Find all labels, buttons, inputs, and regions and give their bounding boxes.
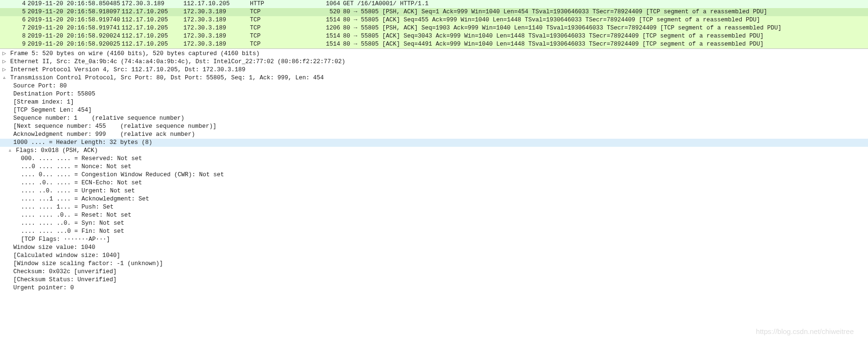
cell-time: 2019-11-20 20:16:58.850485 [28, 0, 122, 8]
label: [Window size scaling factor: -1 (unknown… [13, 260, 163, 267]
cell-prot: TCP [250, 8, 316, 16]
cell-src: 112.17.10.205 [122, 16, 183, 24]
tcp-stream-index[interactable]: [Stream index: 1] [0, 98, 868, 106]
flag-reserved[interactable]: 000. .... .... = Reserved: Not set [0, 155, 868, 163]
label: Window size value: 1040 [13, 244, 95, 251]
flag-ack[interactable]: .... ...1 .... = Acknowledgment: Set [0, 195, 868, 203]
tcp-dest-port[interactable]: Destination Port: 55805 [0, 90, 868, 98]
label: Urgent pointer: 0 [13, 285, 74, 291]
tcp-header-length[interactable]: 1000 .... = Header Length: 32 bytes (8) [0, 139, 868, 147]
tcp-calc-window[interactable]: [Calculated window size: 1040] [0, 252, 868, 260]
cell-time: 2019-11-20 20:16:58.919740 [28, 16, 122, 24]
tcp-checksum-status[interactable]: [Checksum Status: Unverified] [0, 276, 868, 284]
label: [TCP Flags: ·······AP···] [21, 236, 110, 243]
packet-row[interactable]: 52019-11-20 20:16:58.918097112.17.10.205… [0, 8, 868, 16]
cell-dst: 112.17.10.205 [183, 0, 250, 8]
flag-push[interactable]: .... .... 1... = Push: Set [0, 203, 868, 211]
label: Checksum: 0x032c [unverified] [13, 268, 117, 275]
tcp-seq[interactable]: Sequence number: 1 (relative sequence nu… [0, 114, 868, 123]
label: Acknowledgment number: 999 (relative ack… [13, 131, 195, 138]
label: .... ..0. .... = Urgent: Not set [21, 188, 135, 194]
flag-fin[interactable]: .... .... ...0 = Fin: Not set [0, 228, 868, 236]
label: [TCP Segment Len: 454] [13, 107, 92, 114]
tree-ethernet[interactable]: ▷ Ethernet II, Src: Zte_0a:9b:4c (74:4a:… [0, 58, 868, 66]
label: [Checksum Status: Unverified] [13, 276, 117, 283]
packet-row[interactable]: 62019-11-20 20:16:58.919740112.17.10.205… [0, 16, 868, 24]
label: Ethernet II, Src: Zte_0a:9b:4c (74:4a:a4… [10, 58, 345, 65]
cell-dst: 172.30.3.189 [183, 32, 250, 40]
label: .... ...1 .... = Acknowledgment: Set [21, 196, 149, 202]
cell-len: 1064 [316, 0, 343, 8]
cell-dst: 172.30.3.189 [183, 40, 250, 48]
flag-text[interactable]: [TCP Flags: ·······AP···] [0, 236, 868, 244]
label: [Next sequence number: 455 (relative seq… [13, 123, 217, 130]
packet-row[interactable]: 72019-11-20 20:16:58.919741112.17.10.205… [0, 24, 868, 32]
cell-no: 9 [1, 40, 28, 48]
label: [Calculated window size: 1040] [13, 252, 120, 259]
cell-no: 5 [1, 8, 28, 16]
label: Sequence number: 1 (relative sequence nu… [13, 115, 184, 122]
tcp-flags[interactable]: ▵ Flags: 0x018 (PSH, ACK) [0, 147, 868, 155]
tree-ip[interactable]: ▷ Internet Protocol Version 4, Src: 112.… [0, 66, 868, 74]
expand-icon[interactable]: ▷ [2, 50, 7, 58]
label: 000. .... .... = Reserved: Not set [21, 155, 142, 162]
flag-nonce[interactable]: ...0 .... .... = Nonce: Not set [0, 163, 868, 171]
tree-tcp[interactable]: ▵ Transmission Control Protocol, Src Por… [0, 74, 868, 82]
cell-prot: HTTP [250, 0, 316, 8]
cell-dst: 172.30.3.189 [183, 8, 250, 16]
flag-reset[interactable]: .... .... .0.. = Reset: Not set [0, 211, 868, 219]
flag-ecn[interactable]: .... .0.. .... = ECN-Echo: Not set [0, 179, 868, 187]
packet-row[interactable]: 82019-11-20 20:16:58.920024112.17.10.205… [0, 32, 868, 40]
cell-info: 80 → 55805 [ACK] Seq=455 Ack=999 Win=104… [343, 16, 867, 24]
collapse-icon[interactable]: ▵ [2, 74, 7, 82]
tcp-ack[interactable]: Acknowledgment number: 999 (relative ack… [0, 131, 868, 139]
label: Frame 5: 520 bytes on wire (4160 bits), … [10, 50, 260, 57]
expand-icon[interactable]: ▷ [2, 58, 7, 66]
tcp-segment-len[interactable]: [TCP Segment Len: 454] [0, 106, 868, 114]
cell-src: 112.17.10.205 [122, 40, 183, 48]
cell-dst: 172.30.3.189 [183, 24, 250, 32]
cell-prot: TCP [250, 32, 316, 40]
tree-frame[interactable]: ▷ Frame 5: 520 bytes on wire (4160 bits)… [0, 50, 868, 58]
cell-src: 112.17.10.205 [122, 8, 183, 16]
packet-row[interactable]: 92019-11-20 20:16:58.920025112.17.10.205… [0, 40, 868, 48]
flag-cwr[interactable]: .... 0... .... = Congestion Window Reduc… [0, 171, 868, 179]
cell-dst: 172.30.3.189 [183, 16, 250, 24]
cell-len: 520 [316, 8, 343, 16]
tcp-next-seq[interactable]: [Next sequence number: 455 (relative seq… [0, 123, 868, 131]
cell-src: 172.30.3.189 [122, 0, 183, 8]
packet-details-tree[interactable]: ▷ Frame 5: 520 bytes on wire (4160 bits)… [0, 49, 868, 292]
label: .... .... 1... = Push: Set [21, 204, 114, 210]
tcp-window-scale[interactable]: [Window size scaling factor: -1 (unknown… [0, 260, 868, 268]
cell-no: 6 [1, 16, 28, 24]
cell-src: 112.17.10.205 [122, 32, 183, 40]
label: Internet Protocol Version 4, Src: 112.17… [10, 67, 246, 73]
tcp-source-port[interactable]: Source Port: 80 [0, 82, 868, 90]
cell-len: 1206 [316, 24, 343, 32]
label: .... .0.. .... = ECN-Echo: Not set [21, 180, 142, 186]
label: Transmission Control Protocol, Src Port:… [10, 75, 324, 81]
packet-row[interactable]: 42019-11-20 20:16:58.850485172.30.3.1891… [0, 0, 868, 8]
cell-len: 1514 [316, 16, 343, 24]
cell-info: GET /16/1A0001/ HTTP/1.1 [343, 0, 867, 8]
cell-len: 1514 [316, 40, 343, 48]
cell-time: 2019-11-20 20:16:58.918097 [28, 8, 122, 16]
flag-syn[interactable]: .... .... ..0. = Syn: Not set [0, 219, 868, 228]
cell-time: 2019-11-20 20:16:58.919741 [28, 24, 122, 32]
cell-info: 80 → 55805 [ACK] Seq=3043 Ack=999 Win=10… [343, 32, 867, 40]
label: ...0 .... .... = Nonce: Not set [21, 163, 132, 170]
cell-no: 8 [1, 32, 28, 40]
label: [Stream index: 1] [13, 99, 74, 105]
flag-urgent[interactable]: .... ..0. .... = Urgent: Not set [0, 187, 868, 195]
cell-info: 80 → 55805 [PSH, ACK] Seq=1 Ack=999 Win=… [343, 8, 867, 16]
tcp-window[interactable]: Window size value: 1040 [0, 244, 868, 252]
packet-list[interactable]: 42019-11-20 20:16:58.850485172.30.3.1891… [0, 0, 868, 49]
collapse-icon[interactable]: ▵ [8, 147, 12, 155]
expand-icon[interactable]: ▷ [2, 66, 7, 74]
label: .... .... ..0. = Syn: Not set [21, 220, 124, 227]
cell-len: 1514 [316, 32, 343, 40]
label: Destination Port: 55805 [13, 91, 95, 97]
cell-no: 4 [1, 0, 28, 8]
tcp-urgent-pointer[interactable]: Urgent pointer: 0 [0, 284, 868, 292]
tcp-checksum[interactable]: Checksum: 0x032c [unverified] [0, 268, 868, 276]
